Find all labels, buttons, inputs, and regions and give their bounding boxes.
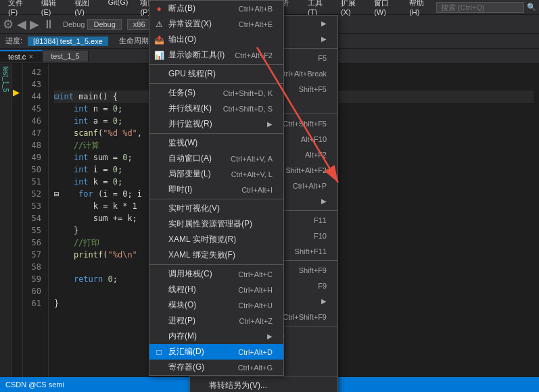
submenu-window-auto[interactable]: 自动窗口(A) Ctrl+Alt+V, A [149,151,283,166]
submenu-window-callstack[interactable]: 调用堆栈(C) Ctrl+Alt+C [149,266,283,282]
platform-select[interactable]: x86 [127,19,151,30]
submenu-window-exception[interactable]: ⚠ 异常设置(X) Ctrl+Alt+E [149,16,283,32]
stop-shortcut: Shift+F5 [299,85,327,93]
register-shortcut: Ctrl+Alt+G [238,364,273,372]
attach-shortcut: Ctrl+Alt+P [293,182,327,190]
sep6 [190,376,337,376]
callstack-shortcut: Ctrl+Alt+C [238,270,273,278]
submenu-window-parallel-watch-label: 并行监视(R) [168,118,212,130]
status-text: CSDN @CS semi [5,381,64,389]
menu-item-set-next[interactable]: 将转结另为(V)... [190,378,337,392]
tab-close-icon[interactable]: ✕ [28,53,34,60]
win-sep4 [149,199,283,199]
submenu-window-disasm[interactable]: □ 反汇编(D) Ctrl+Alt+D [149,344,283,360]
submenu-window-exception-label: 异常设置(X) [168,18,212,30]
quick-watch-shortcut: Shift+F9 [299,266,327,274]
parallel-shortcut: Ctrl+Shift+D, S [223,105,273,113]
submenu-window-diag[interactable]: 📊 显示诊断工具(I) Ctrl+Alt+F2 [149,47,283,63]
submenu-window-register[interactable]: 寄存器(G) Ctrl+Alt+G [149,360,283,375]
submenu-window-locals[interactable]: 局部变量(L) Ctrl+Alt+V, L [149,166,283,182]
submenu-window-auto-label: 自动窗口(A) [168,153,212,164]
exception-shortcut: Ctrl+Alt+E [239,20,273,28]
submenu-window-output-label: 输出(O) [168,34,196,45]
submenu-window-gpu[interactable]: GPU 线程(R) [149,66,283,82]
win-sep1 [149,64,283,65]
win-sep2 [149,83,283,84]
submenu-window-parallel-watch[interactable]: 并行监视(R) ▶ [149,116,283,132]
submenu-window-output[interactable]: 📤 输出(O) [149,32,283,47]
menu-window[interactable]: 窗口(W) [369,0,402,18]
submenu-window-xaml-preview-label: XAML 实时预览(R) [168,234,236,245]
submenu-window-realtime-label: 实时可视化(V) [168,203,220,214]
menu-item-set-next-label: 将转结另为(V)... [209,380,267,391]
submenu-window-bp[interactable]: ● 断点(B) Ctrl+Alt+B [149,1,283,16]
submenu-window-task-label: 任务(S) [168,87,195,99]
search-icon: 🔍 [527,3,536,11]
win-sep3 [149,133,283,134]
submenu-window-thread[interactable]: 线程(H) Ctrl+Alt+H [149,282,283,297]
submenu-window-diag-label: 显示诊断工具(I) [168,49,225,61]
search-input[interactable] [436,2,524,13]
submenu-window-task[interactable]: 任务(S) Ctrl+Shift+D, K [149,85,283,101]
del-bp-shortcut: Ctrl+Shift+F9 [283,313,327,321]
submenu-window-xaml-error[interactable]: XAML 绑定失败(F) [149,247,283,263]
memory-arrow: ▶ [267,333,273,340]
tab-test-1-5[interactable]: test_1_5 [43,51,88,62]
submenu-window-bp-label: 断点(B) [168,3,195,14]
progress-label: 进度: [5,36,22,46]
window-submenu[interactable]: ● 断点(B) Ctrl+Alt+B ⚠ 异常设置(X) Ctrl+Alt+E … [149,0,284,376]
toolbar-icons: ⚙ ◀ ▶ ⏸ [3,17,55,32]
current-line-arrow: ▶ [13,88,19,97]
tab-test-1-5-label: test_1_5 [51,52,79,60]
submenu-window-gpu-label: GPU 线程(R) [168,68,216,80]
submenu-window-module[interactable]: 模块(O) Ctrl+Alt+U [149,297,283,313]
step-into-shortcut: F10 [314,232,327,240]
win-sep5 [149,264,283,265]
submenu-window-xaml-preview[interactable]: XAML 实时预览(R) [149,232,283,247]
submenu-window-memory-label: 内存(M) [168,330,197,342]
menu-view[interactable]: 视图(V) [69,0,101,18]
menu-edit[interactable]: 编辑(E) [36,0,68,18]
progress-exe: [81384] test_1_5.exe [28,36,108,46]
disasm-icon: □ [152,347,166,357]
submenu-window-register-label: 寄存器(G) [168,362,204,373]
bp-gutter: ▶ [12,64,23,377]
submenu-window-thread-label: 线程(H) [168,284,196,295]
debug-mode-select[interactable]: Debug [87,19,121,30]
menu-file[interactable]: 文件(F) [3,0,34,18]
step-over-shortcut: F11 [314,216,327,224]
menu-help[interactable]: 帮助(H) [404,0,436,18]
debug-mode-label: Debug [63,20,85,28]
disasm-shortcut: Ctrl+Alt+D [238,348,273,356]
submenu-window-memory[interactable]: 内存(M) ▶ [149,328,283,344]
submenu-window-realtime[interactable]: 实时可视化(V) [149,201,283,216]
sidebar: test_1_5 [0,64,12,377]
submenu-window-realtime-res-label: 实时属性资源管理器(P) [168,218,252,230]
submenu-window-realtime-res[interactable]: 实时属性资源管理器(P) [149,216,283,232]
submenu-window-watch[interactable]: 监视(W) [149,135,283,151]
diag-shortcut: Ctrl+Alt+F2 [235,51,273,59]
continue-shortcut: F5 [318,54,327,62]
submenu-arrow-new-bp: ▶ [321,297,327,305]
tab-test-c[interactable]: test.c ✕ [0,50,43,62]
submenu-window-parallel[interactable]: 并行线程(K) Ctrl+Shift+D, S [149,101,283,116]
submenu-window-parallel-label: 并行线程(K) [168,103,212,114]
submenu-window-immediate-label: 即时(I) [168,184,192,195]
submenu-window-immediate[interactable]: 即时(I) Ctrl+Alt+I [149,182,283,197]
submenu-window-process-label: 进程(P) [168,315,195,326]
locals-shortcut: Ctrl+Alt+V, L [231,170,273,178]
parallel-watch-arrow: ▶ [267,120,273,128]
reload-perf-shortcut: Shift+Alt+F2 [285,166,327,174]
output-icon: 📤 [152,35,166,45]
menu-extensions[interactable]: 扩展(X) [335,0,367,18]
submenu-arrow-other: ▶ [321,197,327,205]
full-stop-shortcut: Ctrl+Alt+Break [278,70,327,78]
menu-git[interactable]: Git(G) [102,0,133,18]
submenu-window-process[interactable]: 进程(P) Ctrl+Alt+Z [149,313,283,328]
toggle-bp-shortcut: F9 [318,282,327,290]
submenu-window-locals-label: 局部变量(L) [168,168,211,180]
sidebar-label: test_1_5 [2,66,9,92]
submenu-window-xaml-error-label: XAML 绑定失败(F) [168,249,235,261]
submenu-window-watch-label: 监视(W) [168,137,197,149]
submenu-arrow-circle: ▶ [321,35,327,43]
